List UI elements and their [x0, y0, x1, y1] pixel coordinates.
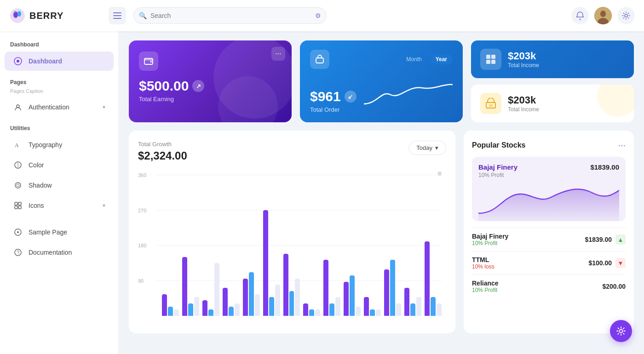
svg-point-36 [620, 330, 623, 333]
bar-blue [370, 309, 375, 316]
svg-point-9 [600, 11, 606, 17]
sidebar-item-color[interactable]: Color [5, 155, 114, 175]
bar-group [263, 210, 280, 316]
menu-toggle-button[interactable] [109, 7, 126, 24]
sidebar-item-documentation[interactable]: ? Documentation [5, 243, 114, 262]
income-bottom-icon [480, 93, 501, 114]
bar-purple [384, 269, 389, 316]
svg-rect-4 [113, 12, 121, 13]
fab-settings-button[interactable] [610, 320, 632, 342]
income-top-card: $203k Total Income [471, 40, 634, 78]
total-earning-card: ··· $500.00 ↗ Total Earning [129, 40, 292, 122]
typography-icon: A [13, 140, 23, 150]
order-label: Total Order [310, 106, 356, 113]
sidebar-item-sample-page-label: Sample Page [29, 228, 105, 236]
sidebar-item-authentication-label: Authentication [29, 103, 97, 111]
growth-title: Total Growth [138, 141, 187, 148]
bar-chart [162, 170, 442, 316]
bar-blue [249, 272, 254, 316]
total-order-card: Month Year $961 ↙ Total Order [300, 40, 463, 122]
bar-light [214, 263, 219, 316]
stock-bajaj-profit: 10% Profit [472, 240, 508, 246]
sidebar-item-authentication[interactable]: Authentication ▾ [5, 97, 114, 117]
income-top-icon [480, 49, 501, 70]
avatar[interactable] [594, 7, 612, 24]
bar-purple [223, 288, 228, 316]
bar-light [174, 309, 179, 316]
bar-light [396, 303, 401, 316]
bar-blue [350, 275, 355, 316]
table-icon [485, 54, 496, 65]
sidebar-item-icons-label: Icons [29, 202, 97, 209]
stock-ttml-price: $100.00 [588, 259, 612, 267]
bar-blue [431, 297, 436, 316]
bar-blue [208, 309, 213, 316]
sidebar-item-icons[interactable]: Icons ▾ [5, 196, 114, 215]
bar-blue [168, 307, 173, 316]
bar-light [437, 303, 442, 316]
svg-rect-19 [15, 202, 17, 205]
svg-point-11 [625, 14, 627, 17]
bar-light [235, 303, 240, 316]
content-area: ··· $500.00 ↗ Total Earning [119, 31, 644, 354]
fab-gear-icon [616, 326, 626, 336]
icons-icon [13, 200, 23, 211]
svg-point-7 [580, 19, 581, 20]
stock-hero-profit: 10% Profit [478, 172, 518, 178]
notification-button[interactable] [571, 7, 589, 24]
order-card-icon [310, 50, 329, 69]
sidebar-item-typography[interactable]: A Typography [5, 135, 114, 154]
sidebar-section-dashboard: Dashboard [0, 40, 118, 51]
order-sparkline-chart [364, 81, 453, 113]
tab-year[interactable]: Year [430, 54, 453, 64]
stat-cards-row: ··· $500.00 ↗ Total Earning [129, 40, 634, 122]
svg-point-24 [17, 231, 19, 233]
stock-item-ttml: TTML 10% loss $100.00 ▼ [472, 251, 626, 274]
svg-rect-32 [486, 60, 490, 64]
income-top-label: Total Income [508, 62, 539, 69]
tab-month[interactable]: Month [401, 54, 427, 64]
svg-rect-30 [486, 55, 490, 59]
sidebar-item-sample-page[interactable]: Sample Page [5, 223, 114, 242]
order-trend-badge: ↙ [345, 91, 356, 103]
bar-light [356, 307, 361, 316]
bar-blue [410, 303, 415, 316]
bar-blue [188, 303, 193, 316]
settings-button[interactable] [617, 7, 635, 24]
earning-more-button[interactable]: ··· [271, 47, 285, 61]
shadow-icon [13, 180, 23, 190]
sidebar-item-dashboard[interactable]: Dashboard [5, 51, 114, 71]
svg-point-14 [17, 105, 19, 108]
store-icon [485, 98, 496, 109]
sidebar-item-shadow[interactable]: Shadow [5, 176, 114, 195]
earning-card-icon [139, 51, 158, 71]
stock-hero-name: Bajaj Finery [478, 163, 518, 171]
y-label-90: 90 [138, 278, 144, 284]
svg-rect-35 [489, 104, 493, 107]
shopping-bag-icon [315, 54, 325, 64]
bar-group [364, 297, 381, 316]
stocks-more-button[interactable]: ··· [618, 140, 626, 150]
bar-group [243, 272, 260, 316]
stock-reliance-name: Reliance [472, 280, 499, 287]
sidebar-section-pages: Pages [0, 77, 118, 88]
filter-icon[interactable]: ⚙ [315, 12, 321, 19]
bar-purple [263, 210, 268, 316]
bar-group [344, 275, 361, 316]
bar-group [425, 241, 442, 316]
bar-blue [329, 303, 334, 316]
stock-item-bajaj: Bajaj Finery 10% Profit $1839.00 ▲ [472, 228, 626, 251]
svg-rect-22 [18, 206, 21, 209]
today-filter-button[interactable]: Today ▾ [408, 141, 446, 155]
search-input[interactable] [133, 7, 327, 24]
svg-text:?: ? [17, 250, 20, 255]
svg-text:A: A [15, 142, 19, 148]
svg-rect-29 [316, 58, 323, 63]
bar-purple [323, 260, 328, 316]
order-tabs: Month Year [401, 54, 453, 64]
bar-light [416, 297, 421, 316]
sample-page-icon [13, 227, 23, 237]
sidebar-item-color-label: Color [29, 161, 105, 169]
bar-purple [182, 257, 187, 316]
growth-header: Total Growth $2,324.00 Today ▾ [138, 141, 446, 162]
